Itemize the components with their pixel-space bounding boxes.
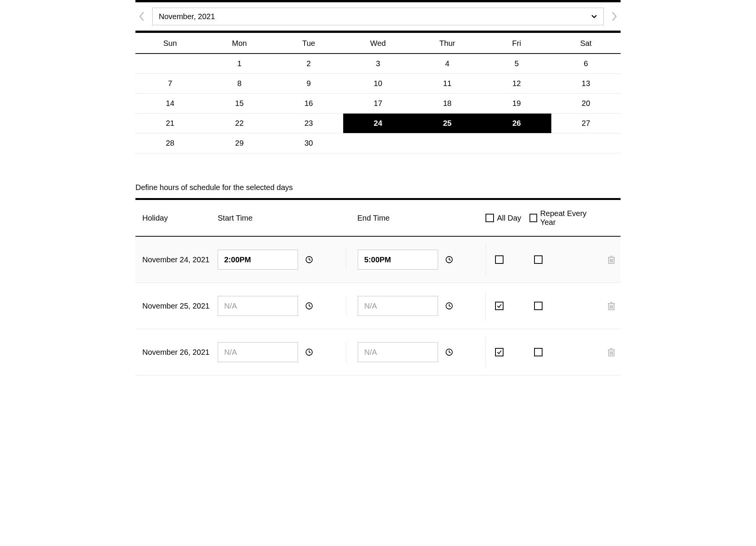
prev-month-button[interactable] xyxy=(135,11,148,22)
end-time-cell: 5:00PM xyxy=(346,250,486,270)
calendar-day[interactable]: 9 xyxy=(274,74,343,93)
delete-row-button[interactable] xyxy=(596,301,619,310)
calendar-day[interactable]: 16 xyxy=(274,94,343,113)
col-holiday: Holiday xyxy=(135,214,218,223)
header-allday-checkbox-label[interactable]: All Day xyxy=(486,214,530,223)
repeat-checkbox[interactable] xyxy=(534,255,543,264)
calendar-week: 21222324252627 xyxy=(135,114,621,133)
holiday-date: November 25, 2021 xyxy=(135,302,218,310)
calendar-day[interactable]: 20 xyxy=(551,94,621,113)
repeat-checkbox[interactable] xyxy=(534,348,543,356)
calendar-day[interactable]: 12 xyxy=(482,74,551,93)
calendar: SunMonTueWedThurFriSat 12345678910111213… xyxy=(135,33,621,153)
repeat-cell xyxy=(530,302,596,310)
end-time-input[interactable]: N/A xyxy=(358,342,438,362)
calendar-day[interactable]: 26 xyxy=(482,114,551,133)
trash-icon xyxy=(607,348,616,357)
header-repeat-checkbox-label[interactable]: Repeat Every Year xyxy=(530,209,596,227)
calendar-dow: Fri xyxy=(482,33,551,53)
calendar-week: 123456 xyxy=(135,54,621,74)
repeat-checkbox[interactable] xyxy=(534,302,543,310)
calendar-day[interactable]: 21 xyxy=(135,114,205,133)
schedule-header-row: Holiday Start Time End Time All Day Repe… xyxy=(135,200,621,237)
calendar-day[interactable]: 19 xyxy=(482,94,551,113)
start-time-cell: 2:00PM xyxy=(218,250,346,270)
schedule-row: November 25, 2021N/AN/A xyxy=(135,283,621,329)
clock-icon[interactable] xyxy=(445,302,453,310)
calendar-day[interactable]: 10 xyxy=(343,74,412,93)
col-end-time: End Time xyxy=(346,214,486,223)
calendar-day[interactable]: 27 xyxy=(551,114,621,133)
clock-icon[interactable] xyxy=(305,348,313,356)
calendar-day[interactable]: 30 xyxy=(274,133,343,153)
calendar-day[interactable]: 28 xyxy=(135,133,205,153)
start-time-cell: N/A xyxy=(218,296,346,316)
calendar-day[interactable]: 24 xyxy=(343,114,412,133)
schedule-body: November 24, 20212:00PM5:00PMNovember 25… xyxy=(135,237,621,375)
calendar-day[interactable]: 18 xyxy=(413,94,482,113)
calendar-day[interactable]: 5 xyxy=(482,54,551,73)
holiday-date: November 24, 2021 xyxy=(135,255,218,264)
header-allday-checkbox[interactable] xyxy=(486,214,494,222)
calendar-dow: Sun xyxy=(135,33,205,53)
calendar-day[interactable]: 13 xyxy=(551,74,621,93)
calendar-day-empty xyxy=(343,133,412,153)
header-repeat-checkbox[interactable] xyxy=(530,214,537,222)
calendar-body: 1234567891011121314151617181920212223242… xyxy=(135,54,621,153)
calendar-day-empty xyxy=(413,133,482,153)
end-time-cell: N/A xyxy=(346,342,486,362)
clock-icon[interactable] xyxy=(305,302,313,310)
clock-icon[interactable] xyxy=(305,255,313,264)
clock-icon[interactable] xyxy=(445,348,453,356)
next-month-button[interactable] xyxy=(608,11,621,22)
start-time-input[interactable]: 2:00PM xyxy=(218,250,298,270)
calendar-dow: Mon xyxy=(205,33,274,53)
calendar-day[interactable]: 1 xyxy=(205,54,274,73)
chevron-down-icon xyxy=(591,15,597,18)
calendar-day[interactable]: 3 xyxy=(343,54,412,73)
calendar-day[interactable]: 22 xyxy=(205,114,274,133)
allday-checkbox[interactable] xyxy=(495,255,503,264)
calendar-day[interactable]: 17 xyxy=(343,94,412,113)
schedule-row: November 24, 20212:00PM5:00PM xyxy=(135,237,621,283)
chevron-right-icon xyxy=(611,11,618,22)
calendar-day[interactable]: 14 xyxy=(135,94,205,113)
calendar-day[interactable]: 2 xyxy=(274,54,343,73)
month-select-label: November, 2021 xyxy=(159,12,215,21)
allday-cell xyxy=(486,337,530,367)
start-time-cell: N/A xyxy=(218,342,346,362)
header-repeat-text: Repeat Every Year xyxy=(540,209,596,227)
calendar-week: 282930 xyxy=(135,133,621,153)
calendar-day[interactable]: 4 xyxy=(413,54,482,73)
holiday-schedule-page: November, 2021 SunMonTueWedThurFriSat 12… xyxy=(133,0,623,375)
allday-checkbox[interactable] xyxy=(495,348,503,356)
calendar-day[interactable]: 15 xyxy=(205,94,274,113)
calendar-day[interactable]: 29 xyxy=(205,133,274,153)
calendar-day[interactable]: 11 xyxy=(413,74,482,93)
calendar-dow: Thur xyxy=(413,33,482,53)
calendar-day[interactable]: 7 xyxy=(135,74,205,93)
schedule-row: November 26, 2021N/AN/A xyxy=(135,329,621,375)
month-selector-row: November, 2021 xyxy=(135,0,621,33)
header-allday-text: All Day xyxy=(497,214,521,223)
delete-row-button[interactable] xyxy=(596,348,619,357)
calendar-week: 78910111213 xyxy=(135,74,621,94)
calendar-day[interactable]: 6 xyxy=(551,54,621,73)
calendar-week: 14151617181920 xyxy=(135,94,621,114)
calendar-day[interactable]: 25 xyxy=(413,114,482,133)
calendar-day[interactable]: 8 xyxy=(205,74,274,93)
allday-checkbox[interactable] xyxy=(495,302,503,310)
calendar-dow: Sat xyxy=(551,33,621,53)
trash-icon xyxy=(607,301,616,310)
end-time-input[interactable]: N/A xyxy=(358,296,438,316)
calendar-dow: Wed xyxy=(343,33,412,53)
end-time-input[interactable]: 5:00PM xyxy=(358,250,438,270)
allday-cell xyxy=(486,291,530,321)
delete-row-button[interactable] xyxy=(596,255,619,264)
start-time-input[interactable]: N/A xyxy=(218,296,298,316)
repeat-cell xyxy=(530,348,596,356)
calendar-day[interactable]: 23 xyxy=(274,114,343,133)
month-select[interactable]: November, 2021 xyxy=(152,8,604,25)
clock-icon[interactable] xyxy=(445,255,453,264)
start-time-input[interactable]: N/A xyxy=(218,342,298,362)
